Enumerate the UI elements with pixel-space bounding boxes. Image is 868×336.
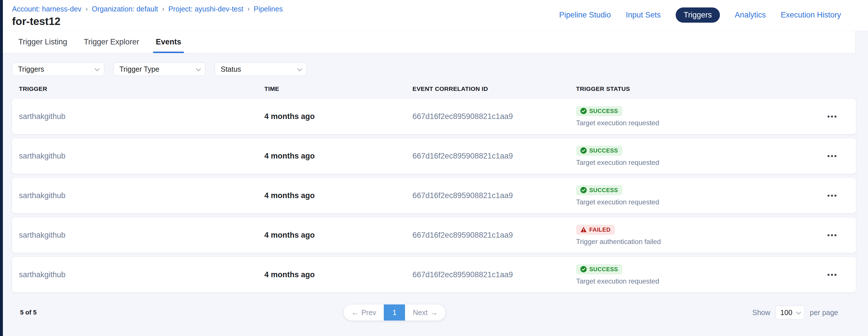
trigger-status-cell: SUCCESS Target execution requested [576, 264, 811, 285]
trigger-name: sarthakgithub [19, 191, 265, 200]
event-time: 4 months ago [265, 231, 412, 240]
column-header-time: TIME [265, 86, 412, 92]
page-size-select[interactable]: 100 [776, 306, 805, 320]
trigger-type-filter-label: Trigger Type [119, 65, 159, 73]
tab-events[interactable]: Events [153, 31, 184, 53]
status-badge: SUCCESS [576, 146, 622, 156]
nav-link-execution-history[interactable]: Execution History [781, 11, 841, 20]
status-detail: Trigger authentication failed [576, 238, 661, 246]
arrow-right-icon: → [431, 308, 438, 317]
chevron-down-icon [298, 66, 302, 71]
per-page-label: per page [810, 308, 838, 317]
show-label: Show [752, 308, 770, 317]
event-correlation-id: 667d16f2ec895908821c1aa9 [412, 231, 576, 240]
collapsed-sidebar-strip [0, 0, 3, 336]
table-row: sarthakgithub 4 months ago 667d16f2ec895… [12, 178, 856, 213]
table-header: TRIGGER TIME EVENT CORRELATION ID TRIGGE… [12, 86, 856, 92]
breadcrumb-organization-link[interactable]: Organization: default [92, 5, 158, 13]
event-correlation-id: 667d16f2ec895908821c1aa9 [412, 152, 576, 161]
table-row: sarthakgithub 4 months ago 667d16f2ec895… [12, 138, 856, 174]
events-table: sarthakgithub 4 months ago 667d16f2ec895… [0, 99, 868, 293]
next-page-button[interactable]: Next → [405, 304, 445, 321]
status-detail: Target execution requested [576, 159, 659, 167]
trigger-type-filter-dropdown[interactable]: Trigger Type [113, 63, 206, 76]
status-detail: Target execution requested [576, 198, 659, 206]
event-correlation-id: 667d16f2ec895908821c1aa9 [412, 112, 576, 121]
tab-trigger-explorer[interactable]: Trigger Explorer [81, 31, 142, 53]
next-label: Next [413, 308, 427, 317]
nav-link-triggers[interactable]: Triggers [676, 7, 720, 23]
status-detail: Target execution requested [576, 119, 659, 127]
nav-link-pipeline-studio[interactable]: Pipeline Studio [559, 11, 611, 20]
row-more-options-button[interactable] [825, 231, 839, 239]
trigger-status-cell: FAILED Trigger authentication failed [576, 225, 811, 246]
status-badge: SUCCESS [576, 106, 622, 116]
trigger-name: sarthakgithub [19, 231, 265, 240]
pipeline-nav: Pipeline Studio Input Sets Triggers Anal… [559, 7, 841, 23]
ellipsis-icon [828, 195, 830, 197]
column-header-event-correlation-id: EVENT CORRELATION ID [412, 86, 576, 92]
chevron-down-icon [796, 309, 801, 314]
page-number-button[interactable]: 1 [384, 304, 405, 321]
event-time: 4 months ago [265, 270, 412, 279]
check-circle-icon [580, 187, 587, 193]
column-header-trigger-status: TRIGGER STATUS [576, 86, 811, 92]
triggers-filter-dropdown[interactable]: Triggers [12, 63, 104, 76]
status-filter-label: Status [221, 65, 241, 73]
breadcrumb-separator-icon: › [86, 5, 88, 13]
event-time: 4 months ago [265, 191, 412, 200]
page-size-value: 100 [780, 308, 793, 317]
status-badge-label: SUCCESS [589, 266, 618, 273]
breadcrumb-separator-icon: › [162, 5, 164, 13]
check-circle-icon [580, 108, 587, 114]
results-count: 5 of 5 [20, 309, 36, 316]
chevron-down-icon [196, 66, 201, 71]
pagination-bar: 5 of 5 ← Prev 1 Next → Show 100 per page [0, 296, 868, 329]
row-more-options-button[interactable] [825, 192, 839, 200]
column-header-trigger: TRIGGER [19, 86, 265, 92]
status-badge-label: SUCCESS [589, 147, 618, 154]
row-more-options-button[interactable] [825, 113, 839, 121]
trigger-status-cell: SUCCESS Target execution requested [576, 185, 811, 206]
breadcrumb-pipelines-link[interactable]: Pipelines [254, 5, 283, 13]
nav-link-analytics[interactable]: Analytics [735, 11, 766, 20]
row-more-options-button[interactable] [825, 152, 839, 160]
row-more-options-button[interactable] [825, 271, 839, 279]
event-time: 4 months ago [265, 112, 412, 121]
filters-row: Triggers Trigger Type Status [12, 63, 856, 76]
status-badge: SUCCESS [576, 264, 622, 274]
trigger-status-cell: SUCCESS Target execution requested [576, 106, 811, 127]
ellipsis-icon [828, 274, 830, 276]
page-size-group: Show 100 per page [752, 306, 838, 320]
status-detail: Target execution requested [576, 277, 659, 285]
triggers-filter-label: Triggers [18, 65, 44, 73]
arrow-left-icon: ← [351, 308, 359, 317]
warning-triangle-icon [580, 227, 587, 233]
status-badge: SUCCESS [576, 185, 622, 195]
tab-trigger-listing[interactable]: Trigger Listing [16, 31, 70, 53]
prev-page-button[interactable]: ← Prev [344, 304, 384, 321]
status-badge-label: FAILED [589, 227, 611, 233]
check-circle-icon [580, 147, 587, 154]
ellipsis-icon [828, 234, 830, 236]
breadcrumb-project-link[interactable]: Project: ayushi-dev-test [168, 5, 243, 13]
pager: ← Prev 1 Next → [344, 304, 445, 321]
table-row: sarthakgithub 4 months ago 667d16f2ec895… [12, 257, 856, 293]
trigger-tabbar: Trigger Listing Trigger Explorer Events [0, 31, 856, 53]
chevron-down-icon [95, 66, 100, 71]
check-circle-icon [580, 266, 587, 272]
event-correlation-id: 667d16f2ec895908821c1aa9 [412, 270, 576, 279]
trigger-name: sarthakgithub [19, 152, 265, 161]
breadcrumb-separator-icon: › [247, 5, 250, 13]
page-header: Account: harness-dev › Organization: def… [0, 0, 868, 31]
ellipsis-icon [828, 155, 830, 157]
event-correlation-id: 667d16f2ec895908821c1aa9 [412, 191, 576, 200]
prev-label: Prev [361, 308, 376, 317]
breadcrumb-account-link[interactable]: Account: harness-dev [12, 5, 82, 13]
nav-link-input-sets[interactable]: Input Sets [626, 11, 661, 20]
event-time: 4 months ago [265, 152, 412, 161]
trigger-name: sarthakgithub [19, 270, 265, 279]
status-filter-dropdown[interactable]: Status [215, 63, 307, 76]
table-row: sarthakgithub 4 months ago 667d16f2ec895… [12, 217, 856, 253]
trigger-status-cell: SUCCESS Target execution requested [576, 146, 811, 167]
